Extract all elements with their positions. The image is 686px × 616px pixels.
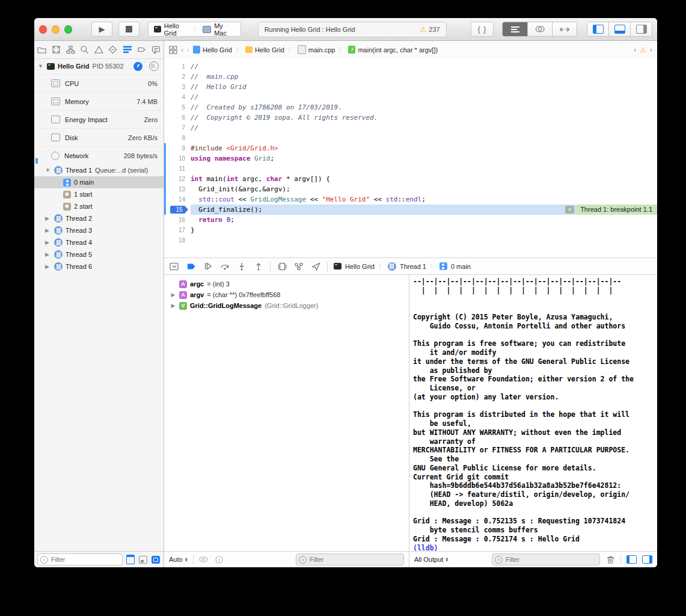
step-over-button[interactable] [219, 262, 230, 271]
code-line[interactable]: 13 Grid_init(&argc,&argv); [164, 184, 657, 194]
step-out-button[interactable] [253, 262, 264, 271]
stack-frame-row[interactable]: 1 start [34, 188, 164, 200]
warning-badge[interactable]: ⚠ 237 [420, 25, 440, 34]
line-number[interactable]: 5 [164, 102, 191, 112]
breakpoint-badge[interactable]: 15 [170, 206, 188, 214]
thread-1-disclosure-triangle[interactable]: ▼ [45, 167, 51, 173]
close-window-button[interactable] [39, 25, 47, 34]
related-items-icon[interactable] [169, 46, 177, 54]
simulate-location-button[interactable] [310, 262, 321, 271]
toggle-console-button[interactable] [642, 555, 652, 564]
step-into-button[interactable] [236, 262, 247, 271]
code-line[interactable]: 5// Created by s1786208 on 17/03/2019. [164, 102, 657, 112]
debug-crumb-process[interactable]: Hello Grid [345, 263, 375, 270]
code-line[interactable]: 3// Hello Grid [164, 82, 657, 92]
activity-viewer[interactable]: Running Hello Grid : Hello Grid ⚠ 237 [258, 22, 447, 37]
process-disclosure-triangle[interactable]: ▼ [38, 63, 44, 69]
toggle-debug-area-button[interactable] [609, 22, 631, 36]
thread-row-thread-5[interactable]: ▶Thread 5 [34, 248, 164, 260]
project-navigator-icon[interactable] [37, 45, 47, 55]
line-number[interactable]: 12 [164, 174, 191, 184]
variable-disclosure-triangle[interactable]: ▶ [170, 303, 176, 309]
code-line[interactable]: 6// Copyright © 2019 sopa. All rights re… [164, 112, 657, 123]
line-number[interactable]: 3 [164, 82, 191, 92]
breakpoints-toggle-button[interactable] [186, 262, 197, 271]
line-number[interactable]: 7 [164, 123, 191, 133]
previous-issue-button[interactable]: ‹ [634, 46, 636, 54]
line-number[interactable]: 14 [164, 194, 191, 205]
find-navigator-icon[interactable] [80, 45, 90, 55]
gauge-row-energy-impact[interactable]: Energy ImpactZero [34, 110, 164, 128]
toggle-inspector-panel-button[interactable] [631, 22, 652, 36]
debug-view-hierarchy-button[interactable] [277, 262, 287, 271]
symbol-navigator-icon[interactable] [66, 45, 75, 55]
console-output-dropdown[interactable]: All Output ▲▼ [414, 556, 449, 563]
gauge-row-disk[interactable]: DiskZero KB/s [34, 128, 164, 146]
issue-warning-icon[interactable]: ⚠ [640, 46, 646, 54]
code-line[interactable]: 16 return 0; [164, 215, 657, 225]
next-issue-button[interactable]: › [650, 46, 652, 54]
thread-row-thread-4[interactable]: ▶Thread 4 [34, 236, 164, 248]
line-number[interactable]: 9 [164, 143, 191, 153]
breakpoint-navigator-icon[interactable] [137, 45, 147, 55]
debug-navigator-icon[interactable] [123, 45, 132, 55]
show-crashed-only-button[interactable] [138, 555, 148, 564]
variable-row[interactable]: ▶Aargv= (char **) 0x7ffeefbff568 [164, 289, 409, 300]
code-line[interactable]: 1// [164, 61, 657, 72]
code-line[interactable]: 7// [164, 123, 657, 133]
report-navigator-icon[interactable] [151, 45, 161, 55]
thread-row-thread-6[interactable]: ▶Thread 6 [34, 260, 164, 273]
gauge-row-memory[interactable]: Memory7.4 MB [34, 92, 164, 110]
breadcrumb-group[interactable]: Hello Grid [245, 46, 284, 54]
show-paused-only-button[interactable] [125, 555, 135, 564]
variable-row[interactable]: ▶VGrid::GridLogMessage(Grid::GridLogger) [164, 300, 409, 311]
show-stack-frames-button[interactable] [150, 555, 161, 564]
thread-disclosure-triangle[interactable]: ▶ [45, 251, 51, 257]
navigator-filter-input[interactable] [50, 555, 120, 564]
version-editor-button[interactable] [553, 22, 577, 36]
go-back-button[interactable]: ‹ [181, 46, 183, 54]
code-line[interactable]: 9#include <Grid/Grid.h> [164, 143, 657, 153]
line-number[interactable]: 16 [164, 215, 191, 225]
code-line[interactable]: 4// [164, 92, 657, 102]
variables-filter-field[interactable]: ≡ [296, 553, 404, 565]
variables-filter-input[interactable] [308, 555, 401, 564]
assistant-editor-button[interactable] [528, 22, 553, 36]
console-output[interactable]: --|--|--|--|--|--|--|--|--|--|--|--|--|-… [409, 275, 657, 551]
variables-scope-dropdown[interactable]: Auto ▲▼ [169, 556, 188, 563]
code-line[interactable]: 10using namespace Grid; [164, 153, 657, 164]
line-number[interactable]: 17 [164, 225, 191, 235]
hide-debug-area-button[interactable] [169, 262, 180, 271]
line-number[interactable]: 6 [164, 112, 191, 123]
breadcrumb-project[interactable]: Hello Grid [193, 46, 232, 54]
run-button[interactable]: ▶ [91, 22, 112, 37]
scheme-selector[interactable]: Hello Grid 〉 My Mac [148, 22, 240, 37]
line-number[interactable]: 15 [164, 205, 191, 215]
gauge-row-cpu[interactable]: CPU0% [34, 74, 164, 92]
quick-look-icon[interactable] [198, 555, 209, 564]
console-filter-input[interactable] [504, 555, 597, 564]
variable-disclosure-triangle[interactable]: ▶ [170, 292, 176, 298]
thread-disclosure-triangle[interactable]: ▶ [45, 227, 51, 233]
view-process-by-thread-icon[interactable] [149, 61, 159, 71]
console-filter-field[interactable]: ≡ [492, 553, 600, 565]
test-navigator-icon[interactable] [108, 45, 118, 55]
line-number[interactable]: 4 [164, 92, 191, 102]
thread-disclosure-triangle[interactable]: ▶ [45, 263, 51, 270]
thread-row-thread-2[interactable]: ▶Thread 2 [34, 212, 164, 224]
toggle-variables-view-button[interactable] [626, 555, 637, 564]
thread-row-thread-3[interactable]: ▶Thread 3 [34, 224, 164, 236]
stack-frame-row[interactable]: 2 start [34, 200, 164, 212]
code-line[interactable]: 2// main.cpp [164, 72, 657, 82]
variable-row[interactable]: Aargc= (int) 3 [164, 279, 409, 289]
line-number[interactable]: 10 [164, 153, 191, 164]
memory-graph-button[interactable] [293, 262, 304, 271]
stack-frame-row[interactable]: 0 main [34, 176, 164, 188]
process-row[interactable]: ▼ Hello Grid PID 55302 [34, 58, 164, 74]
debug-crumb-frame[interactable]: 0 main [451, 263, 471, 270]
line-number[interactable]: 11 [164, 164, 191, 174]
line-number[interactable]: 18 [164, 235, 191, 245]
zoom-window-button[interactable] [64, 25, 72, 34]
standard-editor-button[interactable] [503, 22, 527, 36]
breadcrumb-file[interactable]: main.cpp [298, 45, 335, 54]
